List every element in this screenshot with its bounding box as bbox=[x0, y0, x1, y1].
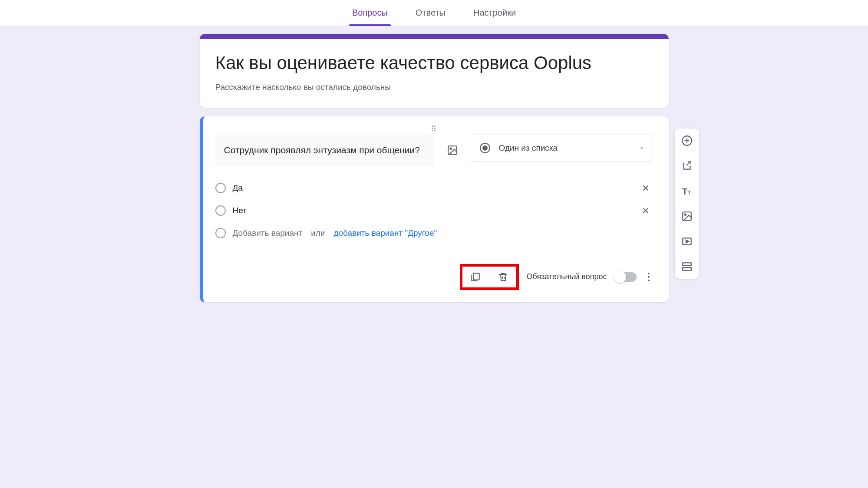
close-icon bbox=[641, 206, 650, 215]
form-canvas: Как вы оцениваете качество сервиса Ooplu… bbox=[200, 34, 669, 328]
svg-rect-12 bbox=[683, 263, 691, 266]
option-row: Да bbox=[215, 177, 653, 199]
remove-option-button[interactable] bbox=[638, 183, 653, 193]
drag-handle-icon[interactable]: ⠿ bbox=[215, 124, 653, 132]
radio-icon bbox=[215, 205, 226, 216]
add-question-button[interactable] bbox=[680, 134, 694, 148]
question-header-row: Сотрудник проявлял энтузиазм при общении… bbox=[215, 135, 653, 166]
svg-rect-13 bbox=[683, 267, 691, 270]
svg-point-4 bbox=[648, 276, 650, 278]
image-icon bbox=[681, 211, 693, 222]
radio-icon bbox=[480, 143, 490, 153]
add-title-button[interactable]: TT bbox=[680, 184, 694, 198]
chevron-down-icon bbox=[639, 145, 645, 151]
text-icon: TT bbox=[681, 185, 693, 197]
more-options-button[interactable] bbox=[644, 272, 653, 282]
or-text: или bbox=[311, 228, 325, 238]
form-header-card: Как вы оцениваете качество сервиса Ooplu… bbox=[200, 34, 669, 108]
image-icon bbox=[447, 145, 458, 156]
radio-icon bbox=[215, 228, 226, 238]
question-text-input[interactable]: Сотрудник проявлял энтузиазм при общении… bbox=[215, 135, 434, 166]
section-icon bbox=[681, 261, 693, 272]
required-toggle[interactable] bbox=[615, 272, 637, 282]
svg-point-10 bbox=[684, 214, 686, 215]
add-option-button[interactable]: Добавить вариант bbox=[233, 228, 303, 238]
question-type-label: Один из списка bbox=[499, 143, 558, 153]
more-vert-icon bbox=[647, 272, 650, 282]
option-label[interactable]: Да bbox=[233, 183, 631, 193]
remove-option-button[interactable] bbox=[638, 206, 653, 215]
add-other-option-button[interactable]: добавить вариант "Другое" bbox=[333, 228, 437, 238]
close-icon bbox=[641, 183, 650, 193]
divider bbox=[215, 255, 653, 255]
svg-point-1 bbox=[450, 148, 451, 149]
tab-settings[interactable]: Настройки bbox=[470, 0, 519, 26]
radio-icon bbox=[215, 183, 226, 193]
question-text: Сотрудник проявлял энтузиазм при общении… bbox=[224, 143, 426, 157]
add-image-to-question-button[interactable] bbox=[445, 142, 460, 158]
tab-questions[interactable]: Вопросы bbox=[349, 0, 391, 26]
highlight-box bbox=[460, 264, 519, 290]
option-label[interactable]: Нет bbox=[233, 206, 631, 215]
add-video-button[interactable] bbox=[680, 234, 694, 248]
trash-icon bbox=[498, 271, 508, 283]
import-questions-button[interactable] bbox=[680, 159, 694, 173]
form-title[interactable]: Как вы оцениваете качество сервиса Ooplu… bbox=[215, 52, 653, 74]
question-footer: Обязательный вопрос bbox=[215, 264, 653, 290]
import-icon bbox=[681, 160, 693, 171]
svg-text:T: T bbox=[687, 189, 691, 196]
add-section-button[interactable] bbox=[680, 260, 694, 274]
svg-point-3 bbox=[648, 273, 650, 274]
video-icon bbox=[681, 236, 693, 247]
copy-icon bbox=[470, 271, 481, 283]
delete-question-button[interactable] bbox=[496, 270, 510, 284]
required-label: Обязательный вопрос bbox=[527, 272, 607, 281]
svg-text:T: T bbox=[682, 187, 687, 196]
tab-answers[interactable]: Ответы bbox=[412, 0, 449, 26]
side-toolbar: TT bbox=[675, 129, 699, 279]
add-circle-icon bbox=[681, 135, 693, 146]
question-card: ⠿ Сотрудник проявлял энтузиазм при общен… bbox=[200, 116, 669, 302]
tabs-bar: Вопросы Ответы Настройки bbox=[0, 0, 868, 26]
option-row: Нет bbox=[215, 199, 653, 222]
add-option-row: Добавить вариант или добавить вариант "Д… bbox=[215, 222, 653, 244]
svg-point-5 bbox=[648, 280, 650, 281]
duplicate-question-button[interactable] bbox=[469, 270, 482, 284]
svg-rect-2 bbox=[473, 273, 479, 280]
form-description[interactable]: Расскажите насколько вы остались довольн… bbox=[215, 82, 653, 92]
question-type-select[interactable]: Один из списка bbox=[471, 135, 653, 162]
add-image-button[interactable] bbox=[680, 209, 694, 223]
